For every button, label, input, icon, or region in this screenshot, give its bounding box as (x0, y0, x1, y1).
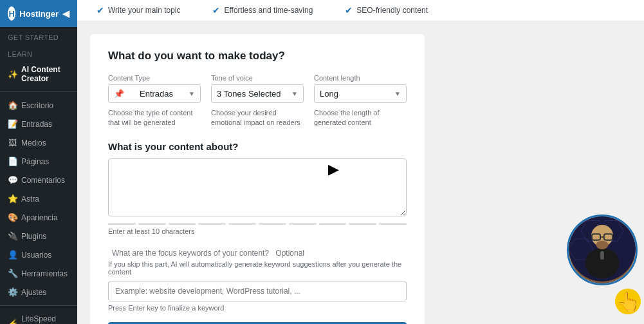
sidebar-item-ai-content-creator[interactable]: ✨ AI Content Creator (0, 61, 77, 88)
keywords-title-text: What are the focus keywords of your cont… (112, 249, 269, 258)
content-about-textarea[interactable] (108, 158, 407, 216)
tone-dropdown[interactable]: 3 Tones Selected ▼ (211, 84, 304, 103)
users-icon: 👤 (8, 250, 17, 260)
textarea-hint: Enter at least 10 characters (108, 227, 407, 235)
keywords-title: What are the focus keywords of your cont… (108, 247, 407, 258)
post-icon: 📝 (8, 119, 17, 129)
progress-seg-7 (289, 223, 317, 225)
content-type-hint: Choose the type of content that will be … (108, 108, 201, 128)
sidebar-label-litespeed: LiteSpeed Cache (21, 314, 69, 324)
tools-icon: 🔧 (8, 269, 17, 278)
section-learn: Learn (0, 44, 77, 61)
sidebar-item-paginas[interactable]: 📄 Páginas (0, 152, 77, 171)
feature-item-time: ✔ Effortless and time-saving (212, 5, 313, 15)
progress-seg-2 (138, 223, 166, 225)
tone-hint: Choose your desired emotional impact on … (211, 108, 304, 128)
comment-icon: 💬 (8, 175, 17, 185)
sidebar-label-ajustes: Ajustes (21, 288, 46, 297)
progress-bar (108, 223, 407, 225)
length-value: Long (320, 89, 338, 99)
sidebar-label-astra: Astra (21, 195, 39, 204)
sidebar-item-litespeed[interactable]: ⚡ LiteSpeed Cache (0, 310, 77, 324)
progress-seg-4 (198, 223, 226, 225)
hand-pointing-icon: 👆 (615, 289, 641, 314)
section-get-started: Get started (0, 27, 77, 44)
content-type-group: Content Type 📌 Entradas ▼ Choose the typ… (108, 74, 201, 128)
astra-icon: ⭐ (8, 194, 17, 204)
sidebar-item-entradas[interactable]: 📝 Entradas (0, 115, 77, 133)
progress-seg-6 (259, 223, 286, 225)
card-title: What do you want to make today? (108, 50, 407, 62)
length-label: Content length (314, 74, 407, 82)
progress-seg-9 (349, 223, 376, 225)
content-type-label: Content Type (108, 74, 201, 82)
svg-point-10 (596, 241, 609, 249)
sidebar-label-paginas: Páginas (21, 157, 49, 166)
content-type-dropdown[interactable]: 📌 Entradas ▼ (108, 84, 201, 103)
length-hint: Choose the length of generated content (314, 108, 407, 128)
feature-bar: ✔ Write your main topic ✔ Effortless and… (77, 0, 644, 21)
keywords-optional-badge: Optional (275, 249, 304, 258)
sidebar-collapse-arrow[interactable]: ◀ (62, 8, 69, 19)
keywords-input[interactable] (108, 281, 407, 301)
plugins-icon: 🔌 (8, 231, 17, 241)
sidebar-item-ajustes[interactable]: ⚙️ Ajustes (0, 283, 77, 301)
tone-label: Tone of voice (211, 74, 304, 82)
main-content: ✔ Write your main topic ✔ Effortless and… (77, 0, 644, 324)
ai-icon: ✨ (8, 70, 17, 79)
about-section-title: What is your content about? (108, 141, 407, 152)
content-length-group: Content length Long ▼ Choose the length … (314, 74, 407, 128)
sidebar-item-plugins[interactable]: 🔌 Plugins (0, 227, 77, 245)
sidebar-label-comentarios: Comentarios (21, 176, 65, 185)
progress-seg-5 (228, 223, 256, 225)
sidebar-label-escritorio: Escritorio (21, 101, 53, 110)
sidebar-header[interactable]: H Hostinger ◀ (0, 0, 77, 27)
sidebar-item-comentarios[interactable]: 💬 Comentarios (0, 171, 77, 189)
sidebar-label-apariencia: Apariencia (21, 213, 58, 222)
appearance-icon: 🎨 (8, 213, 17, 222)
litespeed-icon: ⚡ (8, 319, 17, 325)
home-icon: 🏠 (8, 100, 17, 110)
check-icon-time: ✔ (212, 5, 220, 15)
chevron-down-icon-tone: ▼ (291, 90, 298, 97)
brand-name: Hostinger (19, 9, 59, 19)
sidebar-item-escritorio[interactable]: 🏠 Escritorio (0, 96, 77, 115)
sidebar: H Hostinger ◀ Get started Learn ✨ AI Con… (0, 0, 77, 324)
sidebar-item-label-ai: AI Content Creator (21, 65, 69, 83)
sidebar-item-medios[interactable]: 🖼 Medios (0, 133, 77, 152)
sidebar-label-entradas: Entradas (21, 120, 52, 129)
avatar-overlay (567, 214, 638, 285)
progress-seg-10 (379, 223, 407, 225)
chevron-down-icon-content: ▼ (189, 90, 195, 97)
page-icon: 📄 (8, 157, 17, 166)
keywords-hint: If you skip this part, AI will automatic… (108, 260, 407, 276)
length-dropdown[interactable]: Long ▼ (314, 84, 407, 103)
progress-seg-3 (169, 223, 196, 225)
sidebar-item-astra[interactable]: ⭐ Astra (0, 189, 77, 208)
progress-seg-8 (319, 223, 347, 225)
avatar-face (569, 216, 636, 283)
tone-value: 3 Tones Selected (217, 89, 281, 99)
content-type-icon: 📌 (114, 89, 124, 99)
avatar-svg (569, 214, 636, 283)
keywords-footer-hint: Press Enter key to finalize a keyword (108, 304, 407, 312)
check-icon-seo: ✔ (345, 5, 353, 15)
sidebar-item-apariencia[interactable]: 🎨 Apariencia (0, 208, 77, 227)
sidebar-item-herramientas[interactable]: 🔧 Herramientas (0, 264, 77, 283)
sidebar-label-usuarios: Usuarios (21, 251, 51, 260)
feature-label-time: Effortless and time-saving (224, 6, 313, 15)
progress-seg-1 (108, 223, 136, 225)
hostinger-logo: H (8, 6, 15, 21)
chevron-down-icon-length: ▼ (394, 90, 401, 97)
dropdowns-row: Content Type 📌 Entradas ▼ Choose the typ… (108, 74, 407, 128)
media-icon: 🖼 (8, 138, 17, 148)
feature-item-seo: ✔ SEO-friendly content (345, 5, 428, 15)
sidebar-item-usuarios[interactable]: 👤 Usuarios (0, 245, 77, 264)
settings-icon: ⚙️ (8, 287, 17, 297)
sidebar-label-plugins: Plugins (21, 232, 46, 241)
svg-rect-9 (600, 251, 604, 260)
sidebar-label-herramientas: Herramientas (21, 269, 68, 278)
tone-of-voice-group: Tone of voice 3 Tones Selected ▼ Choose … (211, 74, 304, 128)
feature-item-topic: ✔ Write your main topic (97, 5, 180, 15)
sidebar-label-medios: Medios (21, 138, 46, 148)
